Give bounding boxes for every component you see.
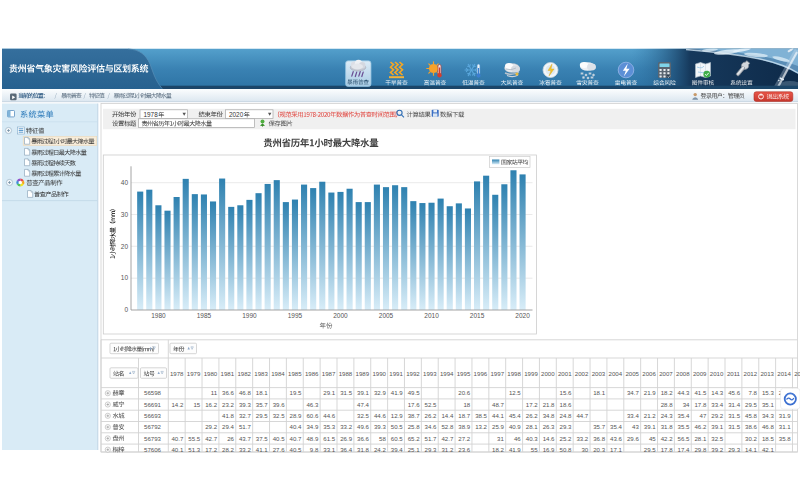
svg-text:2009: 2009 <box>693 370 707 377</box>
svg-text:29.3: 29.3 <box>728 446 740 453</box>
svg-text:31.1: 31.1 <box>779 423 791 430</box>
svg-text:52.5: 52.5 <box>425 401 437 408</box>
svg-text:16.9: 16.9 <box>543 446 555 453</box>
svg-text:35.8: 35.8 <box>779 435 791 442</box>
svg-text:26.2: 26.2 <box>425 412 437 419</box>
svg-text:43.6: 43.6 <box>610 435 622 442</box>
svg-text:44.6: 44.6 <box>323 412 335 419</box>
svg-text:2006: 2006 <box>642 370 656 377</box>
svg-text:24.3: 24.3 <box>661 412 673 419</box>
svg-text:51.7: 51.7 <box>425 435 437 442</box>
svg-text:2003: 2003 <box>592 370 606 377</box>
svg-text:35.4: 35.4 <box>678 412 690 419</box>
svg-text:31.9: 31.9 <box>779 412 791 419</box>
svg-text:30: 30 <box>121 211 129 218</box>
svg-text:40: 40 <box>121 179 129 186</box>
svg-text:36.8: 36.8 <box>593 435 605 442</box>
svg-text:43: 43 <box>632 423 639 430</box>
svg-text:39.6: 39.6 <box>273 401 285 408</box>
svg-text:56693: 56693 <box>144 412 162 419</box>
svg-text:1998: 1998 <box>507 370 521 377</box>
svg-text:25.2: 25.2 <box>560 435 572 442</box>
svg-text:49.5: 49.5 <box>408 389 420 396</box>
svg-text:42.1: 42.1 <box>762 446 774 453</box>
svg-text:2007: 2007 <box>659 370 673 377</box>
svg-text:39.1: 39.1 <box>711 423 723 430</box>
svg-text:21.8: 21.8 <box>543 401 555 408</box>
svg-text:29.6: 29.6 <box>627 435 639 442</box>
svg-text:26.9: 26.9 <box>340 435 352 442</box>
svg-text:35.1: 35.1 <box>762 401 774 408</box>
svg-text:35.3: 35.3 <box>323 423 335 430</box>
svg-text:2014: 2014 <box>777 370 791 377</box>
svg-text:32.5: 32.5 <box>357 412 369 419</box>
svg-text:1995: 1995 <box>288 312 303 319</box>
svg-text:26.2: 26.2 <box>526 412 538 419</box>
svg-text:13.2: 13.2 <box>475 423 487 430</box>
svg-text:44.1: 44.1 <box>492 412 504 419</box>
svg-text:42.2: 42.2 <box>661 435 673 442</box>
svg-text:41.9: 41.9 <box>391 389 403 396</box>
svg-text:2013: 2013 <box>760 370 774 377</box>
svg-text:46.3: 46.3 <box>306 401 318 408</box>
svg-text:33.2: 33.2 <box>576 435 588 442</box>
svg-text:40.7: 40.7 <box>171 435 183 442</box>
svg-text:1979: 1979 <box>187 370 201 377</box>
svg-text:2000: 2000 <box>333 312 348 319</box>
svg-text:42.7: 42.7 <box>205 435 217 442</box>
svg-text:41.9: 41.9 <box>509 446 521 453</box>
svg-text:2005: 2005 <box>625 370 639 377</box>
svg-text:1992: 1992 <box>406 370 420 377</box>
svg-text:17.8: 17.8 <box>661 446 673 453</box>
svg-text:2010: 2010 <box>710 370 724 377</box>
svg-text:15.3: 15.3 <box>762 389 774 396</box>
svg-text:56792: 56792 <box>144 423 162 430</box>
svg-text:46.8: 46.8 <box>762 423 774 430</box>
svg-text:25.8: 25.8 <box>408 423 420 430</box>
svg-text:32.5: 32.5 <box>711 435 723 442</box>
svg-text:48.7: 48.7 <box>492 401 504 408</box>
svg-text:52.8: 52.8 <box>441 423 453 430</box>
svg-text:20: 20 <box>121 243 129 250</box>
svg-text:32.9: 32.9 <box>374 389 386 396</box>
svg-text:39.1: 39.1 <box>644 423 656 430</box>
svg-text:51.3: 51.3 <box>188 446 200 453</box>
svg-text:28.9: 28.9 <box>290 412 302 419</box>
svg-text:2005: 2005 <box>379 312 394 319</box>
svg-text:39.1: 39.1 <box>357 389 369 396</box>
svg-text:38.5: 38.5 <box>475 412 487 419</box>
svg-text:40.7: 40.7 <box>290 435 302 442</box>
svg-text:25.9: 25.9 <box>492 423 504 430</box>
svg-text:1985: 1985 <box>288 370 302 377</box>
svg-text:30: 30 <box>581 446 588 453</box>
svg-text:1993: 1993 <box>423 370 437 377</box>
svg-text:45.4: 45.4 <box>509 412 521 419</box>
svg-text:56793: 56793 <box>144 435 162 442</box>
svg-text:27.6: 27.6 <box>273 446 285 453</box>
svg-text:56.5: 56.5 <box>678 435 690 442</box>
svg-text:10: 10 <box>121 274 129 281</box>
svg-text:29.3: 29.3 <box>560 423 572 430</box>
svg-text:29.4: 29.4 <box>222 423 234 430</box>
svg-text:2000: 2000 <box>541 370 555 377</box>
svg-text:1978: 1978 <box>144 111 159 118</box>
svg-text:9.8: 9.8 <box>310 446 319 453</box>
svg-text:18.1: 18.1 <box>256 389 268 396</box>
svg-text:39.4: 39.4 <box>391 446 403 453</box>
svg-text:31.4: 31.4 <box>728 401 740 408</box>
svg-text:1978: 1978 <box>170 370 184 377</box>
svg-text:18.2: 18.2 <box>661 389 673 396</box>
svg-text:14.3: 14.3 <box>711 389 723 396</box>
svg-text:1983: 1983 <box>254 370 268 377</box>
svg-text:36.4: 36.4 <box>340 446 352 453</box>
svg-text:18: 18 <box>463 401 470 408</box>
svg-text:45.6: 45.6 <box>728 389 740 396</box>
svg-text:0: 0 <box>124 306 128 313</box>
svg-text:28.8: 28.8 <box>661 401 673 408</box>
svg-text:61.5: 61.5 <box>323 435 335 442</box>
svg-text:24.8: 24.8 <box>560 412 572 419</box>
svg-text:27.2: 27.2 <box>458 435 470 442</box>
svg-text:2020: 2020 <box>515 312 530 319</box>
svg-text:1981: 1981 <box>221 370 235 377</box>
svg-text:35.4: 35.4 <box>610 423 622 430</box>
